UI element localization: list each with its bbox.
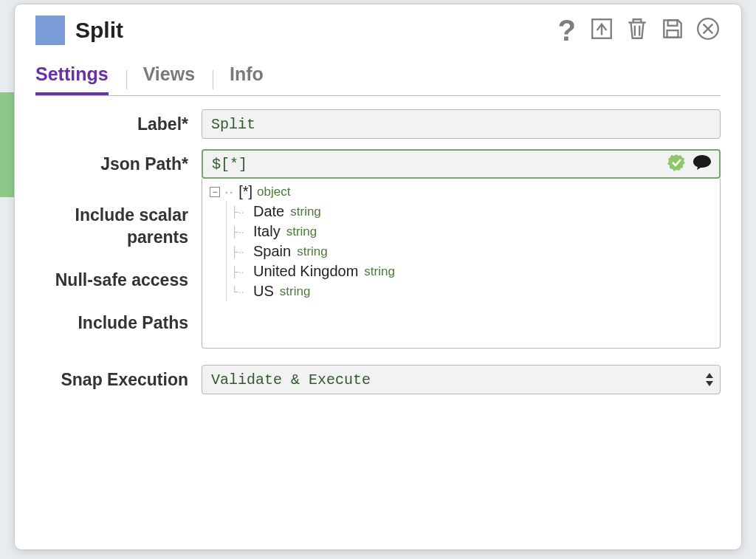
tree-child[interactable]: ├··Datestring xyxy=(231,202,712,222)
label-label: Label* xyxy=(35,109,202,139)
tree-child[interactable]: ├··United Kingdomstring xyxy=(231,261,712,281)
export-icon[interactable] xyxy=(589,16,614,44)
dialog-header: Split ? xyxy=(35,4,721,50)
dialog-title: Split xyxy=(75,18,123,43)
tab-settings[interactable]: Settings xyxy=(35,58,109,95)
nullsafe-label: Null-safe access xyxy=(35,269,202,291)
tree-child-name: United Kingdom xyxy=(253,263,358,280)
dialog-window: Split ? Settings Views Info Label* xyxy=(14,4,742,550)
tree-root[interactable]: − ·· [*] object xyxy=(210,183,712,200)
settings-form: Label* Json Path* xyxy=(35,109,721,394)
tree-collapse-icon[interactable]: − xyxy=(210,187,220,197)
tree-connector-icon: ├·· xyxy=(231,246,247,258)
side-labels: Include scalar parents Null-safe access … xyxy=(35,204,202,334)
svg-marker-11 xyxy=(706,381,713,386)
tree-root-name: [*] xyxy=(238,183,252,200)
snap-execution-label: Snap Execution xyxy=(35,365,202,394)
close-icon[interactable] xyxy=(695,16,721,44)
validate-ok-icon[interactable] xyxy=(667,154,685,174)
svg-marker-10 xyxy=(706,373,713,378)
row-label: Label* xyxy=(35,109,721,139)
tree-connector-icon: ├·· xyxy=(231,226,247,238)
delete-icon[interactable] xyxy=(625,16,650,44)
help-icon[interactable]: ? xyxy=(558,16,576,45)
tree-child-name: Date xyxy=(253,203,284,220)
tree-child-type: string xyxy=(290,205,321,219)
tree-connector-icon: ├·· xyxy=(231,266,247,278)
tree-connector-icon: ├·· xyxy=(231,206,247,218)
select-caret-icon xyxy=(706,373,713,386)
tree-connector-icon: └·· xyxy=(231,286,247,298)
tree-child-name: Italy xyxy=(253,223,281,240)
tab-separator xyxy=(213,70,213,89)
tree-child[interactable]: └··USstring xyxy=(231,281,712,301)
tree-children: ├··Datestring├··Italystring├··Spainstrin… xyxy=(226,202,712,301)
header-toolbar: ? xyxy=(558,16,721,45)
svg-marker-9 xyxy=(667,154,685,171)
label-input[interactable] xyxy=(202,109,721,139)
tree-connector: ·· xyxy=(224,183,234,200)
tab-separator xyxy=(126,70,127,89)
jsonpath-input[interactable] xyxy=(202,149,721,179)
tab-views[interactable]: Views xyxy=(143,58,195,95)
jsonpath-label: Json Path* xyxy=(35,149,202,179)
row-snap-execution: Snap Execution Validate & Execute xyxy=(35,365,721,394)
snap-execution-select[interactable]: Validate & Execute xyxy=(202,365,721,394)
jsonpath-tree-panel: − ·· [*] object ├··Datestring├··Italystr… xyxy=(202,179,721,349)
tree-child-type: string xyxy=(297,244,328,259)
include-paths-label: Include Paths xyxy=(35,312,202,334)
save-icon[interactable] xyxy=(660,16,685,44)
tree-child-name: US xyxy=(253,283,274,300)
tree-child[interactable]: ├··Spainstring xyxy=(231,241,712,261)
include-scalar-parents-label: Include scalar parents xyxy=(35,204,202,248)
svg-rect-4 xyxy=(667,30,678,38)
svg-rect-5 xyxy=(668,20,678,25)
tree-child[interactable]: ├··Italystring xyxy=(231,222,712,241)
tree-root-type: object xyxy=(257,185,290,199)
tab-info[interactable]: Info xyxy=(230,58,264,95)
tree-child-type: string xyxy=(364,264,395,279)
tree-child-name: Spain xyxy=(253,243,291,260)
tree-child-type: string xyxy=(280,284,311,299)
snap-color-swatch xyxy=(35,16,65,45)
tab-bar: Settings Views Info xyxy=(35,58,721,96)
tree-child-type: string xyxy=(286,224,317,239)
suggestion-icon[interactable] xyxy=(693,154,712,174)
